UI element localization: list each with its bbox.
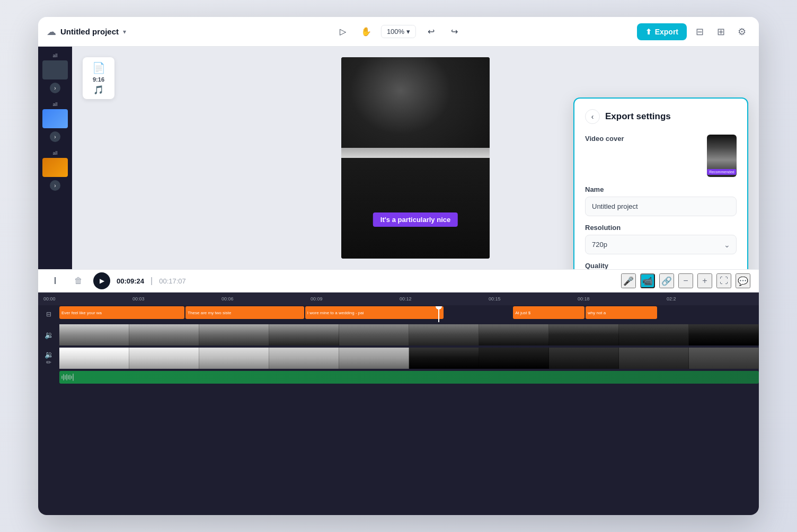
timeline-controls: I 🗑 ▶ 00:09:24 | 00:17:07 🎤 📹 🔗 − + ⛶ 💬 (38, 269, 759, 292)
video-icon-button[interactable]: 📹 (640, 273, 655, 288)
panel-title: Export settings (605, 111, 671, 122)
link-icon-button[interactable]: 🔗 (659, 273, 674, 288)
video-frame-2-1[interactable] (59, 348, 129, 369)
text-tool-button[interactable]: I (47, 272, 64, 289)
video-frame-2-9[interactable] (619, 348, 689, 369)
volume-icon-2[interactable]: 🔉 (45, 350, 54, 359)
volume-icon-1[interactable]: 🔉 (45, 331, 54, 339)
ruler-marks: 00:00 00:03 00:06 00:09 00:12 00:15 00:1… (42, 296, 755, 302)
select-tool-button[interactable]: ▷ (334, 23, 351, 40)
waveform-bar (68, 375, 69, 379)
sidebar-thumb-1[interactable] (42, 60, 68, 79)
resolution-select[interactable]: 720p 360p 480p 1080p 4K (585, 235, 737, 254)
subtitle-clip-text-4: At just $ (515, 311, 530, 315)
video-cover-row: Video cover Recommended (585, 135, 737, 177)
video-frame-2-7[interactable] (479, 348, 549, 369)
video-frame-4[interactable] (269, 324, 339, 345)
subtitle-bar: It's a particularly nice (373, 212, 458, 227)
video-cover-label: Video cover (585, 135, 624, 143)
panel-back-button[interactable]: ‹ (585, 109, 600, 124)
ruler-mark-2: 00:06 (220, 296, 309, 302)
video-frame-2-4[interactable] (269, 348, 339, 369)
video-frame-2-5[interactable] (339, 348, 409, 369)
name-input[interactable] (585, 197, 737, 216)
redo-button[interactable]: ↪ (446, 23, 463, 40)
settings-icon-button[interactable]: ⚙ (733, 23, 750, 40)
video-frame-9[interactable] (619, 324, 689, 345)
sidebar-section-3: all › (38, 150, 72, 193)
subtitle-clips: Ever feel like your wa These are my two … (59, 306, 759, 319)
video-frame-1[interactable] (59, 324, 129, 345)
timeline-right-controls: 🎤 📹 🔗 − + ⛶ 💬 (621, 273, 750, 288)
video-track-2-content (59, 348, 759, 369)
video-frame-10[interactable] (689, 324, 759, 345)
mic-icon-button[interactable]: 🎤 (621, 273, 636, 288)
fullscreen-icon-button[interactable]: ⛶ (716, 273, 731, 288)
timeline-ruler: 00:00 00:03 00:06 00:09 00:12 00:15 00:1… (38, 292, 759, 305)
sidebar-label-all-3: all (52, 150, 57, 156)
edit-icon-2[interactable]: ✏ (46, 359, 51, 366)
sidebar-expand-2[interactable]: › (50, 131, 60, 142)
undo-button[interactable]: ↩ (422, 23, 439, 40)
export-icon: ⬆ (645, 28, 652, 36)
comment-icon-button[interactable]: 💬 (736, 273, 750, 288)
aspect-ratio-card[interactable]: 📄 9:16 🎵 (83, 57, 114, 99)
subtitle-text: It's a particularly nice (380, 216, 450, 224)
video-frame-2-2[interactable] (129, 348, 199, 369)
quality-field-group: Quality Recommended Low Medium High (585, 262, 737, 269)
sidebar-expand-1[interactable]: › (50, 83, 60, 93)
playhead[interactable] (438, 306, 439, 322)
main-content: all › all › all › 📄 9:16 (38, 47, 759, 269)
waveform-bar (69, 375, 70, 380)
video-frame-6[interactable] (409, 324, 479, 345)
video-frame-3[interactable] (199, 324, 269, 345)
project-chevron-icon[interactable]: ▾ (123, 28, 126, 36)
subtitle-clip-2[interactable]: These are my two siste (185, 306, 304, 319)
zoom-in-icon-button[interactable]: + (697, 273, 712, 288)
video-frame-2[interactable] (129, 324, 199, 345)
delete-tool-button[interactable]: 🗑 (70, 272, 87, 289)
zoom-out-icon-button[interactable]: − (678, 273, 693, 288)
zoom-chevron-icon: ▾ (406, 28, 410, 36)
video-frame-2-3[interactable] (199, 348, 269, 369)
sidebar-expand-3[interactable]: › (50, 180, 60, 191)
subtitle-clip-1[interactable]: Ever feel like your wa (59, 306, 184, 319)
audio-track-content (59, 371, 759, 384)
subtitle-track-icon: ⊟ (46, 311, 51, 318)
video-frame-2-10[interactable] (689, 348, 759, 369)
video-frame-7[interactable] (479, 324, 549, 345)
waveform-bars (59, 374, 759, 381)
audio-track-row (38, 371, 759, 384)
export-header-button[interactable]: ⬆ Export (637, 23, 687, 40)
ruler-mark-0: 00:00 (42, 296, 131, 302)
video-cover-thumbnail[interactable]: Recommended (707, 135, 737, 177)
video-frame-2-6[interactable] (409, 348, 479, 369)
subtitle-clip-4[interactable]: At just $ (513, 306, 585, 319)
video-track-2-left: 🔉 ✏ (38, 350, 59, 366)
platform-icon: 🎵 (93, 85, 104, 95)
cloud-icon: ☁ (47, 26, 56, 38)
sidebar-thumb-2[interactable] (42, 109, 68, 128)
video-track-2-clips (59, 348, 759, 369)
sidebar-label-all-2: all (52, 102, 57, 107)
zoom-selector[interactable]: 100% ▾ (381, 25, 416, 38)
time-separator: | (150, 276, 153, 286)
audio-waveform[interactable] (59, 371, 759, 384)
play-button[interactable]: ▶ (93, 272, 110, 289)
video-frame-8[interactable] (549, 324, 619, 345)
video-frame-2-8[interactable] (549, 348, 619, 369)
subtitle-clip-3[interactable]: I wore mine to a wedding - pai (305, 306, 444, 319)
subtitle-clip-5[interactable]: why not a (586, 306, 657, 319)
waveform-bar (66, 374, 67, 381)
sidebar-thumb-3[interactable] (42, 158, 68, 177)
sidebar-label-all-1: all (52, 53, 57, 58)
hand-tool-button[interactable]: ✋ (358, 23, 375, 40)
export-settings-panel: ‹ Export settings Video cover Recommende… (573, 97, 748, 269)
waveform-bar (71, 376, 72, 379)
layout-icon-button[interactable]: ⊞ (712, 23, 729, 40)
layers-icon-button[interactable]: ⊟ (691, 23, 708, 40)
video-frame-5[interactable] (339, 324, 409, 345)
header-center: ▷ ✋ 100% ▾ ↩ ↪ (334, 23, 463, 40)
workspace: 📄 9:16 🎵 It's a particularly nice (72, 47, 759, 269)
video-track-1-content (59, 324, 759, 345)
